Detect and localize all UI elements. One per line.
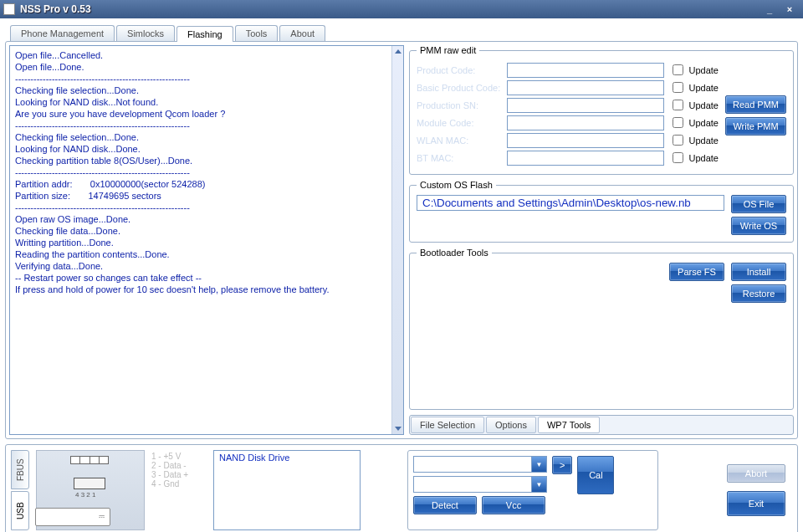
tab-about[interactable]: About — [279, 25, 325, 41]
lbl-production-sn: Production SN: — [417, 100, 502, 110]
chk-module-code[interactable]: Update — [669, 115, 718, 130]
lbl-wlan-mac: WLAN MAC: — [417, 136, 502, 146]
input-basic-product-code[interactable] — [507, 80, 664, 95]
bootloader-group: Bootloader Tools Parse FS Install Restor… — [409, 248, 794, 410]
parse-fs-button[interactable]: Parse FS — [669, 263, 724, 281]
side-tab-usb[interactable]: USB — [11, 491, 29, 530]
lbl-basic-product-code: Basic Product Code: — [417, 83, 502, 93]
side-tab-fbus[interactable]: FBUS — [11, 450, 29, 489]
title-bar: NSS Pro v 0.53 _ × — [0, 0, 803, 18]
chevron-down-icon[interactable] — [531, 477, 546, 492]
abort-button[interactable]: Abort — [727, 464, 785, 483]
log-scrollbar[interactable] — [391, 46, 403, 434]
go-button[interactable]: > — [552, 456, 572, 474]
combo-bottom[interactable] — [413, 476, 547, 493]
pmm-group: PMM raw edit Product Code: Update Basic … — [409, 45, 794, 175]
input-product-code[interactable] — [507, 63, 664, 78]
itab-options[interactable]: Options — [486, 417, 536, 433]
tab-simlocks[interactable]: Simlocks — [116, 25, 175, 41]
chevron-down-icon[interactable] — [531, 457, 546, 472]
nand-item[interactable]: NAND Disk Drive — [219, 453, 289, 463]
usb-port-icon — [74, 478, 105, 489]
main-panel: Open file...Cancelled. Open file...Done.… — [5, 41, 798, 439]
detect-button[interactable]: Detect — [413, 496, 477, 514]
tab-flashing[interactable]: Flashing — [176, 26, 233, 42]
app-icon — [3, 3, 15, 15]
cal-button[interactable]: Cal — [577, 456, 614, 494]
input-production-sn[interactable] — [507, 98, 664, 113]
chk-production-sn[interactable]: Update — [669, 97, 718, 113]
pin-numbers: 4 3 2 1 — [75, 491, 95, 499]
main-tabs: Phone Management Simlocks Flashing Tools… — [10, 25, 798, 41]
pin-box-icon — [70, 456, 109, 464]
pmm-legend: PMM raw edit — [417, 45, 479, 55]
bottom-panel: FBUS USB 4 3 2 1 1 - +5 V 2 - Data - 3 -… — [5, 444, 798, 532]
input-module-code[interactable] — [507, 115, 664, 130]
os-file-button[interactable]: OS File — [731, 195, 786, 213]
combo-top[interactable] — [413, 456, 547, 473]
bootloader-legend: Bootloader Tools — [417, 248, 492, 258]
chk-basic-product-code[interactable]: Update — [669, 79, 718, 95]
log-output[interactable]: Open file...Cancelled. Open file...Done.… — [9, 45, 404, 435]
connector-diagram: 4 3 2 1 — [36, 450, 145, 530]
tab-tools[interactable]: Tools — [235, 25, 279, 41]
exit-button[interactable]: Exit — [727, 491, 785, 516]
lbl-module-code: Module Code: — [417, 118, 502, 128]
lbl-product-code: Product Code: — [417, 65, 502, 75]
chk-bt-mac[interactable]: Update — [669, 150, 718, 166]
osflash-legend: Custom OS Flash — [417, 180, 496, 190]
install-button[interactable]: Install — [731, 263, 786, 281]
inner-tabs: File Selection Options WP7 Tools — [409, 415, 794, 435]
nand-list[interactable]: NAND Disk Drive — [213, 450, 361, 530]
input-wlan-mac[interactable] — [507, 133, 664, 148]
input-bt-mac[interactable] — [507, 151, 664, 166]
detect-group: Detect Vcc > Cal — [407, 450, 658, 530]
lbl-bt-mac: BT MAC: — [417, 153, 502, 163]
restore-button[interactable]: Restore — [731, 284, 786, 303]
window-title: NSS Pro v 0.53 — [20, 3, 760, 15]
itab-wp7-tools[interactable]: WP7 Tools — [538, 417, 600, 433]
vcc-button[interactable]: Vcc — [482, 496, 545, 514]
read-pmm-button[interactable]: Read PMM — [725, 95, 786, 114]
chk-wlan-mac[interactable]: Update — [669, 132, 718, 148]
close-button[interactable]: × — [780, 4, 800, 14]
chk-product-code[interactable]: Update — [669, 62, 718, 78]
usb-plug-icon — [35, 508, 110, 526]
itab-file-selection[interactable]: File Selection — [411, 417, 484, 433]
pin-legend: 1 - +5 V 2 - Data - 3 - Data + 4 - Gnd — [151, 450, 207, 530]
minimize-button[interactable]: _ — [760, 4, 780, 14]
os-path-input[interactable] — [417, 195, 724, 211]
tab-phone-management[interactable]: Phone Management — [10, 25, 115, 41]
write-os-button[interactable]: Write OS — [731, 217, 786, 235]
write-pmm-button[interactable]: Write PMM — [725, 117, 786, 136]
osflash-group: Custom OS Flash OS File Write OS — [409, 180, 794, 243]
